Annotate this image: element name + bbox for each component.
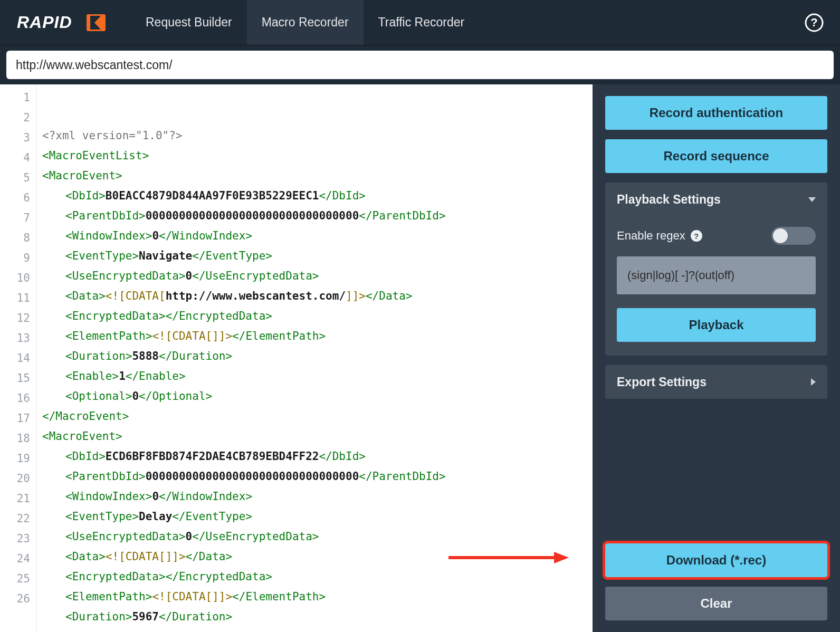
editor-gutter: 1234567891011121314151617181920212223242… bbox=[0, 84, 37, 632]
record-sequence-button[interactable]: Record sequence bbox=[605, 139, 827, 173]
url-input[interactable]: http://www.webscantest.com/ bbox=[6, 51, 834, 79]
code-line: <Enable>1</Enable> bbox=[37, 627, 593, 632]
code-line: <Duration>5888</Duration> bbox=[37, 346, 593, 366]
help-button[interactable]: ? bbox=[788, 0, 840, 45]
brand-logo: RAPID bbox=[0, 0, 131, 45]
help-icon[interactable]: ? bbox=[691, 230, 702, 242]
code-line: <DbId>ECD6BF8FBD874F2DAE4CB789EBD4FF22</… bbox=[37, 446, 593, 466]
code-line: <ElementPath><![CDATA[]]></ElementPath> bbox=[37, 587, 593, 607]
gutter-line: 1 bbox=[0, 88, 36, 108]
export-settings-title: Export Settings bbox=[617, 375, 707, 389]
enable-regex-toggle[interactable] bbox=[771, 227, 816, 245]
gutter-line: 24 bbox=[0, 549, 36, 569]
chevron-right-icon bbox=[811, 378, 816, 386]
tab-macro-recorder[interactable]: Macro Recorder bbox=[247, 0, 364, 45]
gutter-line: 14 bbox=[0, 348, 36, 368]
playback-button[interactable]: Playback bbox=[617, 308, 816, 342]
code-line: <MacroEvent> bbox=[37, 426, 593, 446]
code-line: <ParentDbId>0000000000000000000000000000… bbox=[37, 206, 593, 226]
gutter-line: 12 bbox=[0, 308, 36, 328]
code-line: <Enable>1</Enable> bbox=[37, 366, 593, 386]
export-settings-header[interactable]: Export Settings bbox=[605, 365, 827, 399]
code-line: <DbId>B0EACC4879D844AA97F0E93B5229EEC1</… bbox=[37, 186, 593, 206]
tabs: Request BuilderMacro RecorderTraffic Rec… bbox=[131, 0, 479, 45]
gutter-line: 6 bbox=[0, 188, 36, 208]
code-line: <EventType>Navigate</EventType> bbox=[37, 246, 593, 266]
url-value: http://www.webscantest.com/ bbox=[16, 58, 173, 72]
chevron-down-icon bbox=[808, 197, 816, 202]
record-authentication-button[interactable]: Record authentication bbox=[605, 96, 827, 130]
gutter-line: 2 bbox=[0, 108, 36, 128]
svg-text:RAPID: RAPID bbox=[17, 13, 72, 32]
code-line: </MacroEvent> bbox=[37, 406, 593, 426]
gutter-line: 16 bbox=[0, 388, 36, 408]
gutter-line: 4 bbox=[0, 148, 36, 168]
playback-settings-header[interactable]: Playback Settings bbox=[605, 183, 827, 216]
gutter-line: 15 bbox=[0, 368, 36, 388]
gutter-line: 20 bbox=[0, 468, 36, 489]
gutter-line: 11 bbox=[0, 288, 36, 308]
sidebar: Record authentication Record sequence Pl… bbox=[593, 84, 840, 632]
help-icon: ? bbox=[804, 13, 824, 33]
code-line: <?xml version="1.0"?> bbox=[37, 126, 593, 146]
regex-value: (sign|log)[ -]?(out|off) bbox=[627, 269, 734, 282]
gutter-line: 22 bbox=[0, 509, 36, 529]
code-line: <MacroEvent> bbox=[37, 166, 593, 186]
code-line: <Duration>5967</Duration> bbox=[37, 607, 593, 627]
code-line: <EventType>Delay</EventType> bbox=[37, 506, 593, 526]
playback-settings-panel: Playback Settings Enable regex ? (sign|l… bbox=[605, 183, 827, 356]
code-line: <ElementPath><![CDATA[]]></ElementPath> bbox=[37, 326, 593, 346]
code-editor[interactable]: 1234567891011121314151617181920212223242… bbox=[0, 84, 593, 632]
gutter-line: 8 bbox=[0, 228, 36, 248]
editor-code[interactable]: <?xml version="1.0"?><MacroEventList><Ma… bbox=[37, 84, 593, 632]
tab-request-builder[interactable]: Request Builder bbox=[131, 0, 247, 45]
gutter-line: 10 bbox=[0, 268, 36, 288]
gutter-line: 7 bbox=[0, 208, 36, 228]
code-line: <WindowIndex>0</WindowIndex> bbox=[37, 486, 593, 506]
code-line: <ParentDbId>0000000000000000000000000000… bbox=[37, 466, 593, 486]
gutter-line: 26 bbox=[0, 589, 36, 609]
url-bar-container: http://www.webscantest.com/ bbox=[0, 45, 840, 84]
gutter-line: 13 bbox=[0, 328, 36, 348]
code-line: <Data><![CDATA[http://www.webscantest.co… bbox=[37, 286, 593, 306]
gutter-line: 21 bbox=[0, 489, 36, 509]
svg-text:?: ? bbox=[810, 16, 817, 29]
gutter-line: 17 bbox=[0, 408, 36, 428]
code-line: <Data><![CDATA[]]></Data> bbox=[37, 547, 593, 567]
code-line: <EncryptedData></EncryptedData> bbox=[37, 567, 593, 587]
code-line: <UseEncryptedData>0</UseEncryptedData> bbox=[37, 266, 593, 286]
code-line: <MacroEventList> bbox=[37, 146, 593, 166]
clear-button[interactable]: Clear bbox=[605, 587, 827, 620]
gutter-line: 9 bbox=[0, 248, 36, 268]
playback-settings-title: Playback Settings bbox=[617, 193, 721, 207]
code-line: <Optional>0</Optional> bbox=[37, 386, 593, 406]
export-settings-panel: Export Settings bbox=[605, 365, 827, 399]
topbar: RAPID Request BuilderMacro RecorderTraff… bbox=[0, 0, 840, 45]
code-line: <UseEncryptedData>0</UseEncryptedData> bbox=[37, 526, 593, 547]
enable-regex-label: Enable regex ? bbox=[617, 229, 702, 243]
gutter-line: 18 bbox=[0, 428, 36, 448]
code-line: <WindowIndex>0</WindowIndex> bbox=[37, 226, 593, 246]
gutter-line: 25 bbox=[0, 569, 36, 589]
tab-traffic-recorder[interactable]: Traffic Recorder bbox=[364, 0, 480, 45]
code-line: <EncryptedData></EncryptedData> bbox=[37, 306, 593, 326]
regex-input[interactable]: (sign|log)[ -]?(out|off) bbox=[617, 256, 816, 294]
gutter-line: 23 bbox=[0, 529, 36, 549]
gutter-line: 5 bbox=[0, 168, 36, 188]
gutter-line: 3 bbox=[0, 128, 36, 148]
gutter-line: 19 bbox=[0, 448, 36, 468]
download-button[interactable]: Download (*.rec) bbox=[605, 543, 827, 577]
